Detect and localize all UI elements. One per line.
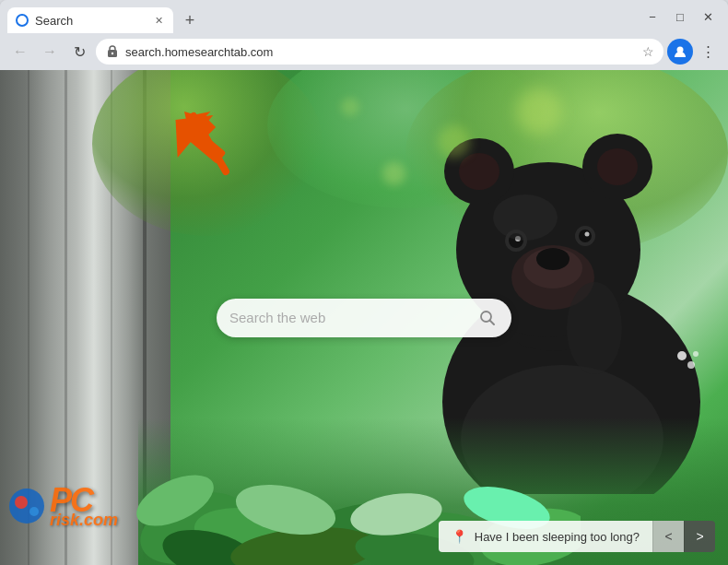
svg-point-22 [677,351,687,360]
pc-blue-dot [29,507,39,516]
bokeh-4 [341,98,359,116]
svg-point-1 [112,53,113,54]
title-bar: Search ✕ + − □ ✕ [0,0,728,33]
profile-button[interactable] [667,39,693,65]
bokeh-2 [438,125,470,158]
svg-point-24 [693,351,699,357]
bookmark-icon[interactable]: ☆ [642,44,654,59]
search-placeholder: Search the web [229,310,469,325]
reload-button[interactable]: ↻ [66,39,92,65]
svg-line-43 [490,320,495,324]
globe-icon [16,14,29,27]
active-tab[interactable]: Search ✕ [7,7,173,33]
tab-favicon [15,13,29,28]
maximize-button[interactable]: □ [667,4,693,29]
location-pin-icon: 📍 [452,529,467,544]
widget-next-button[interactable]: > [684,521,715,552]
back-button[interactable]: ← [7,39,33,65]
forward-button[interactable]: → [37,39,63,65]
svg-point-18 [579,230,592,242]
navigation-bar: ← → ↻ search.homesearchtab.com ☆ ⋮ [0,33,728,70]
svg-point-19 [585,232,590,237]
svg-point-20 [493,194,558,241]
search-container: Search the web [217,299,511,337]
close-button[interactable]: ✕ [695,4,721,29]
svg-point-13 [536,248,569,270]
orange-arrow [170,105,244,188]
search-button[interactable] [476,307,499,329]
search-bar[interactable]: Search the web [217,299,511,337]
new-tab-button[interactable]: + [177,7,203,33]
bokeh-3 [382,162,405,185]
pcrisk-icon [9,488,44,524]
page-content: Search the web PC risk.com [0,70,728,565]
widget-prev-button[interactable]: < [652,521,684,552]
next-icon: > [696,529,703,544]
tab-close-button[interactable]: ✕ [151,13,166,28]
tab-bar: Search ✕ + [7,0,632,33]
pc-red-dot [15,496,28,509]
pcrisk-subtext: risk.com [50,512,118,528]
window-controls: − □ ✕ [640,4,721,29]
bottom-widget: 📍 Have I been sleeping too long? < > [439,521,715,552]
bokeh-1 [516,88,562,135]
url-text: search.homesearchtab.com [125,45,637,59]
suggestion-text: Have I been sleeping too long? [475,530,640,544]
browser-window: Search ✕ + − □ ✕ ← → ↻ search.homesearch… [0,0,728,565]
tab-title: Search [35,14,73,28]
svg-point-8 [459,153,499,190]
suggestion-item[interactable]: 📍 Have I been sleeping too long? [439,521,652,552]
svg-point-10 [597,148,638,185]
security-icon [105,44,120,59]
minimize-button[interactable]: − [640,4,665,29]
svg-point-23 [687,361,695,369]
nav-right-buttons: ⋮ [667,39,721,65]
svg-point-21 [567,282,622,374]
menu-button[interactable]: ⋮ [695,39,721,65]
prev-icon: < [664,529,672,544]
pcrisk-watermark: PC risk.com [9,484,118,528]
address-bar[interactable]: search.homesearchtab.com ☆ [96,39,663,65]
